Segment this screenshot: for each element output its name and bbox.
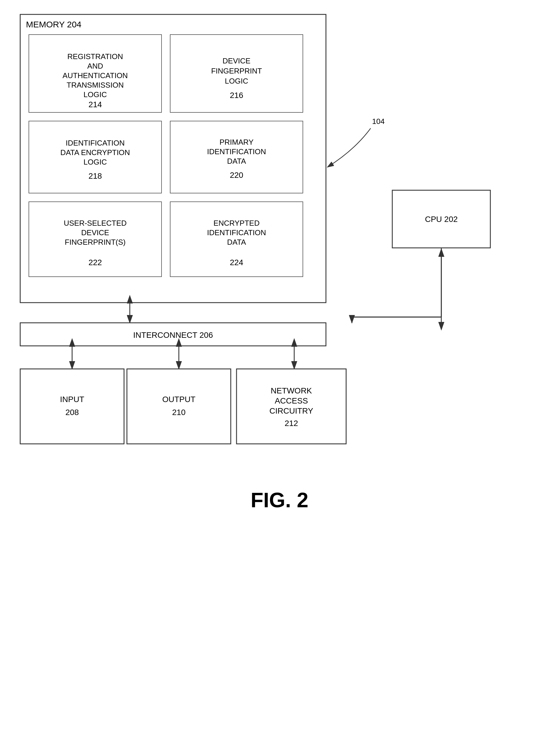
svg-text:DATA ENCRYPTION: DATA ENCRYPTION	[60, 148, 130, 157]
svg-text:IDENTIFICATION: IDENTIFICATION	[207, 147, 266, 156]
svg-text:DEVICE: DEVICE	[81, 228, 109, 237]
input-number: 208	[66, 408, 79, 417]
interconnect-label: INTERCONNECT 206	[133, 331, 213, 339]
svg-text:TRANSMISSION: TRANSMISSION	[67, 81, 124, 89]
svg-rect-36	[127, 369, 231, 444]
cell-220-number: 220	[230, 171, 243, 180]
network-text-1: NETWORK	[271, 386, 312, 395]
cell-214-number: 214	[89, 100, 102, 109]
output-text: OUTPUT	[162, 395, 195, 404]
cell-216-text: DEVICE	[223, 56, 251, 65]
svg-text:DATA: DATA	[227, 238, 246, 246]
input-text: INPUT	[60, 395, 84, 404]
cell-216-number: 216	[230, 91, 243, 100]
svg-text:AND: AND	[87, 62, 103, 70]
svg-rect-35	[20, 369, 124, 444]
svg-rect-11	[29, 121, 161, 193]
svg-text:AUTHENTICATION: AUTHENTICATION	[63, 71, 128, 80]
cell-214-text: REGISTRATION	[67, 52, 123, 61]
cell-224-text: ENCRYPTED	[214, 219, 260, 228]
cell-218-text: IDENTIFICATION	[66, 139, 125, 147]
svg-text:FINGERPRINT: FINGERPRINT	[211, 67, 262, 75]
memory-label: MEMORY 204	[26, 20, 81, 29]
svg-text:LOGIC: LOGIC	[225, 77, 248, 85]
cell-218-number: 218	[89, 171, 102, 181]
svg-text:LOGIC: LOGIC	[84, 90, 107, 99]
svg-text:FINGERPRINT(S): FINGERPRINT(S)	[65, 238, 126, 246]
output-number: 210	[172, 408, 186, 417]
cpu-label: CPU 202	[425, 215, 458, 224]
network-text-3: CIRCUITRY	[269, 406, 313, 415]
ref-104: 104	[372, 117, 384, 126]
fig-label: FIG. 2	[251, 489, 308, 512]
cell-220-text: PRIMARY	[220, 138, 253, 146]
svg-text:LOGIC: LOGIC	[84, 158, 107, 166]
cell-222-number: 222	[89, 258, 102, 267]
svg-text:DATA: DATA	[227, 157, 246, 165]
network-text-2: ACCESS	[275, 396, 308, 405]
cell-222-text: USER-SELECTED	[64, 219, 127, 228]
network-number: 212	[285, 419, 298, 428]
cell-224-number: 224	[230, 258, 243, 267]
svg-text:IDENTIFICATION: IDENTIFICATION	[207, 228, 266, 237]
